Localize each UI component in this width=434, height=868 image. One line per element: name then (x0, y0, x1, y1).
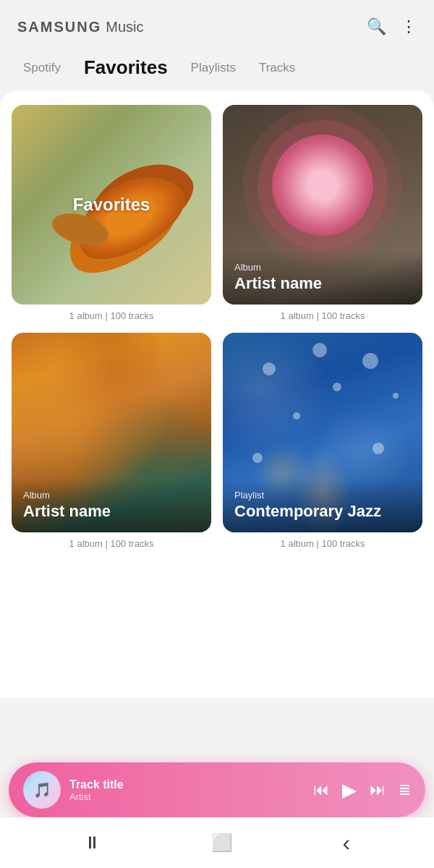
card-overlay: Playlist Contemporary Jazz (223, 478, 422, 532)
list-item[interactable]: Album Artist name 1 album | 100 tracks (223, 105, 422, 321)
card-thumbnail: Album Artist name (223, 105, 422, 305)
card-overlay: Album Artist name (223, 250, 422, 305)
card-title: Artist name (23, 502, 200, 521)
card-title: Favorites (73, 195, 150, 215)
list-item[interactable]: Playlist Contemporary Jazz 1 album | 100… (223, 333, 422, 549)
card-title: Artist name (234, 274, 411, 293)
track-thumbnail: 🎵 (23, 771, 61, 809)
card-meta: 1 album | 100 tracks (12, 310, 211, 321)
content-area: Favorites 1 album | 100 tracks Album Art… (0, 90, 434, 698)
card-label: Playlist (234, 490, 411, 501)
tab-bar: Spotify Favorites Playlists Tracks (0, 48, 434, 88)
card-meta: 1 album | 100 tracks (223, 538, 422, 549)
card-meta: 1 album | 100 tracks (223, 310, 422, 321)
card-title: Contemporary Jazz (234, 502, 411, 521)
header-actions: 🔍 ⋮ (367, 17, 417, 36)
favorites-grid: Favorites 1 album | 100 tracks Album Art… (12, 105, 422, 549)
card-label: Album (23, 490, 200, 501)
card-thumbnail: Playlist Contemporary Jazz (223, 333, 422, 532)
app-subtitle: Music (106, 19, 143, 35)
bottom-navigation: ⏸ ⬜ ‹ (0, 817, 434, 868)
card-meta: 1 album | 100 tracks (12, 538, 211, 549)
now-playing-bar[interactable]: 🎵 Track title Artist ⏮ ▶ ⏭ ≣ (9, 762, 425, 817)
list-item[interactable]: Favorites 1 album | 100 tracks (12, 105, 211, 321)
app-logo: SAMSUNG Music (17, 19, 143, 35)
card-thumbnail: Album Artist name (12, 333, 211, 532)
thumb-emoji: 🎵 (33, 781, 51, 799)
tab-tracks[interactable]: Tracks (247, 52, 307, 84)
list-item[interactable]: Album Artist name 1 album | 100 tracks (12, 333, 211, 549)
brand-name: SAMSUNG (17, 19, 101, 35)
more-options-icon[interactable]: ⋮ (401, 17, 417, 36)
card-label: Album (234, 262, 411, 273)
track-title: Track title (69, 778, 305, 791)
recents-button[interactable]: ⏸ (84, 833, 101, 853)
back-button[interactable]: ‹ (342, 830, 350, 856)
card-thumbnail: Favorites (12, 105, 211, 305)
queue-button[interactable]: ≣ (399, 781, 411, 799)
home-button[interactable]: ⬜ (211, 833, 233, 853)
playback-controls: ⏮ ▶ ⏭ ≣ (313, 779, 411, 801)
next-button[interactable]: ⏭ (370, 780, 386, 799)
track-info: Track title Artist (69, 778, 305, 802)
card-overlay: Album Artist name (12, 478, 211, 532)
play-pause-button[interactable]: ▶ (342, 779, 357, 801)
track-artist: Artist (69, 791, 305, 802)
tab-favorites[interactable]: Favorites (72, 48, 179, 88)
tab-playlists[interactable]: Playlists (179, 52, 247, 84)
tab-spotify[interactable]: Spotify (12, 52, 72, 84)
card-title-overlay: Favorites (12, 105, 211, 305)
search-icon[interactable]: 🔍 (367, 17, 386, 36)
previous-button[interactable]: ⏮ (313, 780, 329, 799)
header: SAMSUNG Music 🔍 ⋮ (0, 0, 434, 48)
